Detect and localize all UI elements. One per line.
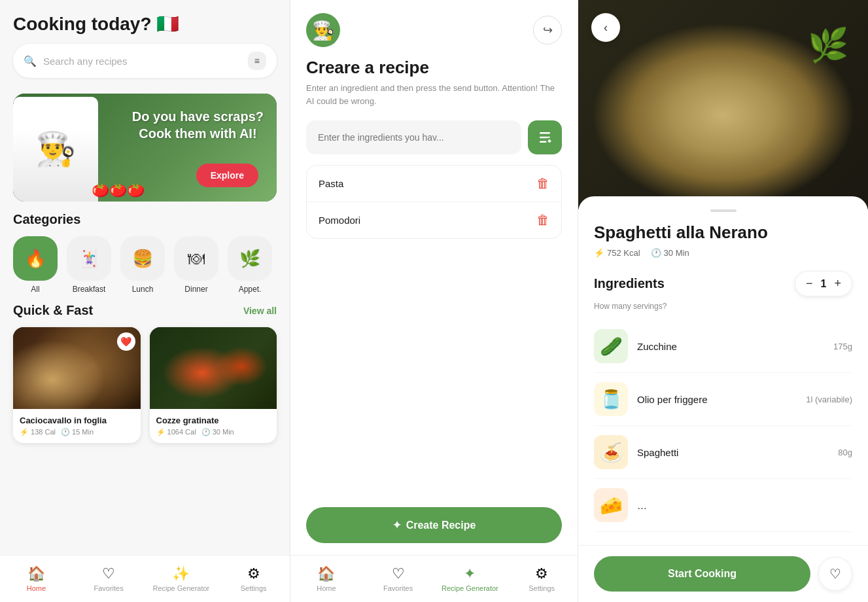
spaghetti-ing-amount: 80g <box>838 448 852 457</box>
recipe-gen-header: 👨‍🍳 ↪ <box>290 0 578 58</box>
nav-favorites-label: Favorites <box>94 584 124 592</box>
panel-home: Cooking today? 🇮🇹 🔍 Search any recipes ≡… <box>0 0 290 602</box>
hero-banner: 👨‍🍳 Do you have scraps? Cook them with A… <box>13 94 277 202</box>
nav2-favorites-label: Favorites <box>383 584 413 592</box>
recipe-card-1[interactable]: ❤️ Caciocavallo in foglia ⚡ 138 Cal 🕐 15… <box>13 327 141 443</box>
favorite-badge-1[interactable]: ❤️ <box>117 332 135 351</box>
nav2-favorites[interactable]: ♡ Favorites <box>362 560 434 597</box>
zucchine-amount: 175g <box>833 342 852 351</box>
quick-fast-title: Quick & Fast <box>13 303 93 318</box>
decrease-servings-button[interactable]: − <box>806 277 813 291</box>
category-icon-dinner: 🍽 <box>174 236 218 281</box>
favorite-recipe-button[interactable]: ♡ <box>818 557 852 591</box>
recipe-time-2: 🕐 30 Min <box>201 428 234 436</box>
back-button[interactable]: ‹ <box>591 13 620 42</box>
ingredient-name-pomodori: Pomodori <box>319 215 360 226</box>
recipe-cal-2: ⚡ 1064 Cal <box>156 428 196 436</box>
spaghetti-ing-name: Spaghetti <box>637 447 829 458</box>
recipe-info-2: Cozze gratinate ⚡ 1064 Cal 🕐 30 Min <box>150 409 277 443</box>
categories-row: 🔥 All 🃏 Breakfast 🍔 Lunch 🍽 Dinner 🌿 App… <box>0 236 290 294</box>
category-icon-lunch: 🍔 <box>120 236 165 281</box>
start-cooking-button[interactable]: Start Cooking <box>594 556 810 592</box>
nav2-settings-label: Settings <box>529 584 555 592</box>
hero-chef-image: 👨‍🍳 <box>13 97 98 202</box>
home-header: Cooking today? 🇮🇹 🔍 Search any recipes ≡ <box>0 0 290 84</box>
recipe-time: 🕐 30 Min <box>651 248 689 258</box>
category-dinner[interactable]: 🍽 Dinner <box>174 236 218 294</box>
category-all[interactable]: 🔥 All <box>13 236 58 294</box>
recipe-card-2[interactable]: Cozze gratinate ⚡ 1064 Cal 🕐 30 Min <box>150 327 277 443</box>
drag-handle <box>710 209 737 212</box>
recipe-gen-subtitle: Enter an ingredient and then press the s… <box>290 82 578 120</box>
increase-servings-button[interactable]: + <box>834 277 841 291</box>
search-input[interactable]: Search any recipes <box>43 56 241 67</box>
nav2-settings[interactable]: ⚙ Settings <box>506 560 578 597</box>
nav-home[interactable]: 🏠 Home <box>0 560 73 597</box>
search-bar[interactable]: 🔍 Search any recipes ≡ <box>13 44 277 78</box>
nav2-favorites-icon: ♡ <box>392 565 405 582</box>
filter-button[interactable]: ≡ <box>248 52 266 70</box>
zucchine-icon: 🥒 <box>594 329 628 363</box>
nav2-home[interactable]: 🏠 Home <box>290 560 362 597</box>
delete-pomodori-button[interactable]: 🗑 <box>536 213 549 228</box>
category-appetizer[interactable]: 🌿 Appet. <box>228 236 272 294</box>
ingredient-olio: 🫙 Olio per friggere 1l (variabile) <box>594 373 852 426</box>
recipe-meta-2: ⚡ 1064 Cal 🕐 30 Min <box>156 428 271 436</box>
recipe-hero-image: 🌿 ‹ <box>578 0 868 209</box>
ingredient-spaghetti: 🍝 Spaghetti 80g <box>594 426 852 479</box>
page-title: Cooking today? 🇮🇹 <box>13 13 277 35</box>
nav-recipe-generator[interactable]: ✨ Recipe Generator <box>145 560 218 597</box>
categories-title: Categories <box>0 212 290 227</box>
extra-ing-name: … <box>637 500 843 511</box>
recipe-time-1: 🕐 15 Min <box>61 428 94 436</box>
delete-pasta-button[interactable]: 🗑 <box>536 176 549 191</box>
sparkle-icon: ✦ <box>392 519 401 531</box>
ingredient-pomodori: Pomodori 🗑 <box>307 202 561 238</box>
nav-settings[interactable]: ⚙ Settings <box>217 560 290 597</box>
servings-control[interactable]: − 1 + <box>795 271 852 296</box>
svg-rect-5 <box>549 139 551 143</box>
category-icon-all: 🔥 <box>13 236 58 281</box>
ingredients-section-header: Ingredients − 1 + <box>594 271 852 296</box>
ingredients-section-title: Ingredients <box>594 276 665 291</box>
chef-avatar: 👨‍🍳 <box>306 13 340 47</box>
category-icon-breakfast: 🃏 <box>67 236 111 281</box>
recipe-meta-1: ⚡ 138 Cal 🕐 15 Min <box>20 428 134 436</box>
create-recipe-button[interactable]: ✦ Create Recipe <box>306 507 562 543</box>
category-lunch[interactable]: 🍔 Lunch <box>120 236 165 294</box>
view-all-button[interactable]: View all <box>243 306 277 316</box>
quick-fast-header: Quick & Fast View all <box>0 303 290 318</box>
category-label-breakfast: Breakfast <box>73 285 106 294</box>
panel-recipe-detail: 🌿 ‹ Spaghetti alla Nerano ⚡ 752 Kcal 🕐 3… <box>578 0 868 602</box>
logout-button[interactable]: ↪ <box>533 16 562 44</box>
add-ingredient-button[interactable] <box>528 120 562 154</box>
nav-home-label: Home <box>27 584 46 592</box>
recipe-info-1: Caciocavallo in foglia ⚡ 138 Cal 🕐 15 Mi… <box>13 409 141 443</box>
ingredient-zucchine: 🥒 Zucchine 175g <box>594 320 852 373</box>
nav2-recipe-generator[interactable]: ✦ Recipe Generator <box>434 560 506 597</box>
category-breakfast[interactable]: 🃏 Breakfast <box>67 236 111 294</box>
kcal-icon: ⚡ <box>594 248 604 258</box>
recipe-image-1: ❤️ <box>13 327 141 409</box>
home-bottom-nav: 🏠 Home ♡ Favorites ✨ Recipe Generator ⚙ … <box>0 555 290 602</box>
search-icon: 🔍 <box>24 55 37 67</box>
nav-favorites[interactable]: ♡ Favorites <box>73 560 145 597</box>
nav2-home-label: Home <box>317 584 336 592</box>
extra-ing-icon: 🧀 <box>594 488 628 522</box>
nav2-settings-icon: ⚙ <box>535 565 548 582</box>
recipe-cal-1: ⚡ 138 Cal <box>20 428 56 436</box>
olio-icon: 🫙 <box>594 382 628 416</box>
olio-amount: 1l (variabile) <box>806 395 852 404</box>
explore-button[interactable]: Explore <box>196 164 258 187</box>
nav-recipe-generator-label: Recipe Generator <box>152 584 209 592</box>
recipe-detail-name: Spaghetti alla Nerano <box>594 222 852 243</box>
herb-decoration: 🌿 <box>808 26 848 64</box>
category-icon-appetizer: 🌿 <box>228 236 272 281</box>
nav2-recipe-gen-icon: ✦ <box>464 565 476 582</box>
tomatoes-decoration: 🍅🍅🍅 <box>92 181 145 198</box>
recipe-gen-title: Creare a recipe <box>290 58 578 82</box>
recipe-gen-bottom-nav: 🏠 Home ♡ Favorites ✦ Recipe Generator ⚙ … <box>290 555 578 602</box>
ingredient-input[interactable] <box>306 120 521 154</box>
recipe-name-1: Caciocavallo in foglia <box>20 416 134 425</box>
ingredient-input-row <box>290 120 578 154</box>
